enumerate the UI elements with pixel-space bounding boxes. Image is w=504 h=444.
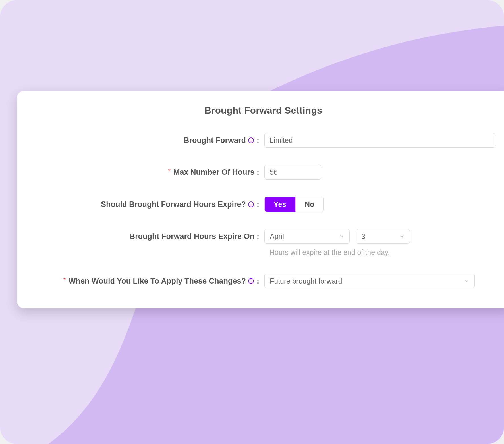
label-expire-on: Brought Forward Hours Expire On : [31, 232, 264, 241]
label-colon: : [257, 168, 259, 177]
label-should-expire: Should Brought Forward Hours Expire? : [31, 200, 264, 209]
label-colon: : [257, 200, 259, 209]
row-expire-on: Brought Forward Hours Expire On : April … [31, 229, 495, 244]
select-value: Future brought forward [270, 277, 464, 285]
svg-point-1 [251, 139, 251, 139]
label-text: When Would You Like To Apply These Chang… [69, 277, 246, 285]
expire-segmented: Yes No [264, 197, 324, 212]
info-icon[interactable] [248, 278, 254, 284]
expire-on-hint: Hours will expire at the end of the day. [269, 248, 495, 257]
row-should-expire: Should Brought Forward Hours Expire? : Y… [31, 197, 495, 212]
expire-yes-button[interactable]: Yes [265, 197, 295, 212]
label-max-hours: * Max Number Of Hours : [31, 168, 264, 177]
info-icon[interactable] [248, 201, 254, 208]
label-text: Max Number Of Hours [173, 168, 254, 177]
background-canvas: Brought Forward Settings Brought Forward… [0, 0, 504, 444]
svg-rect-8 [251, 280, 251, 283]
select-value: Limited [270, 136, 490, 145]
required-asterisk: * [168, 167, 171, 175]
chevron-down-icon [339, 234, 344, 239]
svg-rect-2 [251, 140, 251, 142]
select-value: 3 [361, 232, 399, 241]
settings-card: Brought Forward Settings Brought Forward… [17, 91, 504, 308]
svg-point-7 [251, 279, 251, 280]
label-colon: : [257, 232, 259, 241]
label-text: Brought Forward Hours Expire On [129, 232, 254, 241]
label-text: Brought Forward [184, 136, 246, 145]
input-value: 56 [270, 168, 278, 176]
info-icon[interactable] [248, 137, 254, 144]
max-hours-input[interactable]: 56 [264, 165, 321, 180]
chevron-down-icon [399, 234, 405, 239]
label-colon: : [257, 136, 259, 145]
row-brought-forward: Brought Forward : Limited [31, 133, 495, 148]
svg-rect-5 [251, 204, 251, 206]
label-colon: : [257, 277, 259, 285]
expire-day-select[interactable]: 3 [356, 229, 410, 244]
row-max-hours: * Max Number Of Hours : 56 [31, 165, 495, 180]
chevron-down-icon [464, 278, 469, 284]
apply-when-select[interactable]: Future brought forward [264, 274, 475, 288]
label-apply-when: * When Would You Like To Apply These Cha… [31, 277, 264, 285]
select-value: April [270, 232, 339, 241]
expire-month-select[interactable]: April [264, 229, 350, 244]
brought-forward-select[interactable]: Limited [264, 133, 495, 148]
expire-no-button[interactable]: No [295, 197, 323, 212]
row-apply-when: * When Would You Like To Apply These Cha… [31, 274, 495, 288]
svg-point-4 [251, 203, 251, 203]
label-text: Should Brought Forward Hours Expire? [101, 200, 246, 209]
label-brought-forward: Brought Forward : [31, 136, 264, 145]
panel-title: Brought Forward Settings [31, 105, 495, 116]
required-asterisk: * [63, 276, 66, 284]
